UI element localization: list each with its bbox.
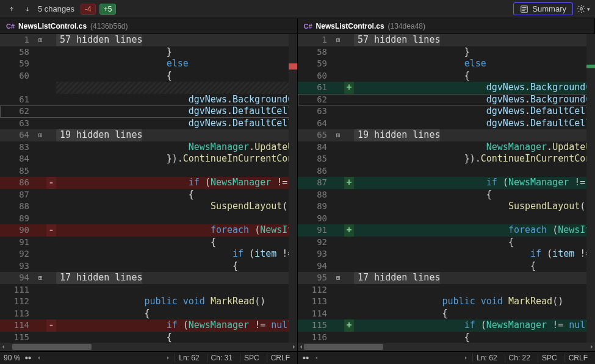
code-line[interactable]: 64⊞19 hidden lines (0, 129, 297, 141)
code-line[interactable]: 93 { (0, 260, 297, 273)
right-eol[interactable]: CRLF (564, 354, 591, 362)
left-pane: 1⊞57 hidden lines58 }59 else60 {61 dgvNe… (0, 34, 298, 351)
code-line[interactable]: 1⊞57 hidden lines (0, 34, 297, 46)
issues-icon[interactable] (301, 354, 310, 362)
left-file-tab[interactable]: C# NewsListControl.cs (4136b56d) (0, 18, 298, 34)
code-line[interactable]: 86- if (NewsManager != null (0, 177, 297, 189)
code-content: dgvNews.BackgroundColo (354, 82, 595, 94)
fold-glyph[interactable]: ⊞ (34, 272, 46, 284)
code-line[interactable]: 112 (298, 284, 595, 296)
code-line[interactable]: 65⊞19 hidden lines (298, 129, 595, 141)
next-change-button[interactable] (21, 2, 34, 16)
code-line[interactable]: 62 dgvNews.BackgroundColo (298, 94, 595, 106)
right-ch[interactable]: Ch: 22 (505, 354, 534, 362)
code-line[interactable]: 114- if (NewsManager != null && N (0, 319, 297, 332)
code-line[interactable]: 60 { (0, 70, 297, 82)
code-line[interactable]: 88 SuspendLayout(); (0, 201, 297, 213)
right-ws[interactable]: SPC (538, 354, 561, 362)
code-line[interactable]: 63 dgvNews.DefaultCellSty (298, 105, 595, 118)
fold-glyph[interactable]: ⊞ (34, 34, 46, 46)
code-line[interactable]: 94⊞17 hidden lines (0, 272, 297, 284)
left-ln[interactable]: Ln: 62 (175, 354, 203, 362)
diff-marker (46, 272, 56, 284)
code-line[interactable]: 90- foreach (NewsItem it (0, 224, 297, 237)
code-line[interactable]: 59 else (298, 58, 595, 70)
line-number: 61 (0, 94, 34, 106)
line-number: 58 (0, 46, 34, 59)
line-number: 1 (298, 34, 332, 46)
code-line[interactable]: 85 }).ContinueInCurrentContex (298, 153, 595, 165)
right-ln[interactable]: Ln: 62 (472, 354, 500, 362)
code-line[interactable]: 61+ dgvNews.BackgroundColo (298, 82, 595, 94)
code-line[interactable]: 113 public void MarkRead() (298, 296, 595, 308)
code-line[interactable]: 115 { (0, 332, 297, 343)
code-line[interactable]: 60 { (298, 70, 595, 82)
code-line[interactable]: 64 dgvNews.DefaultCellSty (298, 118, 595, 130)
right-hscroll[interactable] (298, 343, 595, 351)
code-line[interactable]: 111 (0, 284, 297, 296)
prev-change-button[interactable] (5, 2, 18, 16)
code-line[interactable]: 83 NewsManager.UpdateUnrea (0, 141, 297, 154)
line-number: 93 (0, 260, 34, 273)
line-number: 115 (0, 332, 34, 343)
code-line[interactable] (0, 82, 297, 94)
diff-marker (344, 105, 354, 118)
left-ws[interactable]: SPC (240, 354, 263, 362)
code-line[interactable]: 115+ if (NewsManager != null && (298, 319, 595, 332)
code-content: { (354, 260, 595, 273)
code-content: 57 hidden lines (354, 34, 440, 46)
fold-glyph (332, 296, 344, 308)
code-line[interactable]: 116 { (298, 332, 595, 343)
fold-glyph[interactable]: ⊞ (332, 272, 344, 284)
summary-button[interactable]: Summary (513, 2, 573, 15)
code-line[interactable]: 85 (0, 165, 297, 177)
code-line[interactable]: 112 public void MarkRead() (0, 296, 297, 308)
fold-glyph[interactable]: ⊞ (332, 34, 344, 46)
fold-glyph[interactable]: ⊞ (34, 129, 46, 141)
left-ch[interactable]: Ch: 31 (207, 354, 236, 362)
fold-glyph[interactable]: ⊞ (332, 129, 344, 141)
issues-icon[interactable] (24, 354, 32, 362)
code-line[interactable]: 113 { (0, 308, 297, 320)
code-line[interactable]: 59 else (0, 58, 297, 70)
code-line[interactable]: 92 if (item != null (0, 248, 297, 260)
code-line[interactable]: 89 (0, 213, 297, 225)
code-line[interactable]: 90 (298, 213, 595, 225)
code-line[interactable]: 93 if (item != nu (298, 248, 595, 260)
right-hscroll-thumb[interactable] (304, 344, 383, 350)
left-overview-ruler[interactable] (289, 34, 297, 351)
right-overview-ruler[interactable] (586, 34, 595, 351)
code-line[interactable]: 94 { (298, 260, 595, 273)
code-line[interactable]: 58 } (0, 46, 297, 59)
code-line[interactable]: 92 { (298, 237, 595, 249)
code-line[interactable]: 62 dgvNews.DefaultCellStyle (0, 105, 297, 118)
code-line[interactable]: 88 { (298, 189, 595, 201)
code-line[interactable]: 58 } (298, 46, 595, 59)
left-eol[interactable]: CRLF (267, 354, 294, 362)
settings-button[interactable]: ▾ (577, 4, 590, 13)
code-line[interactable]: 95⊞17 hidden lines (298, 272, 595, 284)
code-line[interactable]: 87+ if (NewsManager != nul (298, 177, 595, 189)
code-line[interactable]: 89 SuspendLayout(); (298, 201, 595, 213)
code-line[interactable]: 114 { (298, 308, 595, 320)
zoom-level[interactable]: 90 % (4, 354, 20, 362)
diff-marker (46, 118, 56, 130)
right-file-tab[interactable]: C# NewsListControl.cs (134dea48) (298, 18, 596, 34)
code-line[interactable]: 91+ foreach (NewsItem (298, 224, 595, 237)
code-line[interactable]: 86 (298, 165, 595, 177)
left-code[interactable]: 1⊞57 hidden lines58 }59 else60 {61 dgvNe… (0, 34, 297, 343)
code-line[interactable]: 84 NewsManager.UpdateUnrea (298, 141, 595, 154)
left-hscroll-thumb[interactable] (12, 344, 92, 350)
code-line[interactable]: 91 { (0, 237, 297, 249)
diff-marker (344, 189, 354, 201)
right-code[interactable]: 1⊞57 hidden lines58 }59 else60 {61+ dgvN… (298, 34, 595, 343)
code-content: }).ContinueInCurrentContext( (56, 153, 297, 165)
line-number: 91 (0, 237, 34, 249)
code-line[interactable]: 87 { (0, 189, 297, 201)
code-line[interactable]: 84 }).ContinueInCurrentContext( (0, 153, 297, 165)
code-line[interactable]: 61 dgvNews.BackgroundColor (0, 94, 297, 106)
left-hscroll[interactable] (0, 343, 297, 351)
diff-marker (344, 201, 354, 213)
code-line[interactable]: 1⊞57 hidden lines (298, 34, 595, 46)
code-line[interactable]: 63 dgvNews.DefaultCellStyle (0, 118, 297, 130)
